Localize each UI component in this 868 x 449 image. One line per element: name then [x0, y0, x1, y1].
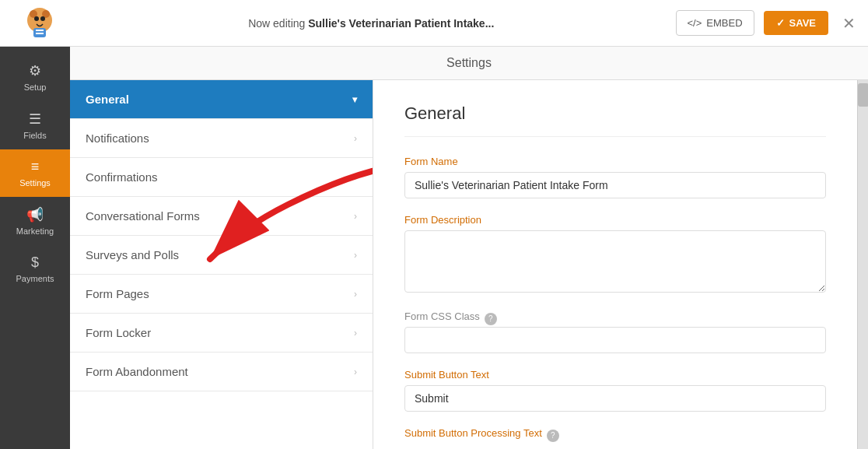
sidebar-item-marketing[interactable]: 📢 Marketing [0, 197, 70, 245]
check-icon: ✓ [776, 17, 785, 29]
svg-point-3 [34, 16, 39, 21]
chevron-right-icon: › [354, 211, 357, 222]
sidebar-item-fields[interactable]: ☰ Fields [0, 101, 70, 149]
menu-item-form-pages[interactable]: Form Pages › [70, 275, 373, 314]
sidebar-label-fields: Fields [23, 131, 46, 140]
chevron-right-icon: › [354, 367, 357, 377]
editing-text: Now editing Sullie's Veterinarian Patien… [76, 17, 667, 30]
main-layout: ⚙ Setup ☰ Fields ≡ Settings 📢 Marketing … [0, 47, 868, 449]
gear-icon: ⚙ [29, 62, 41, 79]
chevron-down-icon: ▾ [352, 94, 357, 105]
form-name-text: Sullie's Veterinarian Patient Intake... [308, 17, 494, 30]
chevron-right-icon: › [354, 289, 357, 300]
svg-rect-6 [36, 30, 44, 31]
menu-label-form-abandonment: Form Abandonment [86, 365, 188, 378]
menu-label-conversational-forms: Conversational Forms [86, 209, 200, 223]
right-scrollbar-track[interactable] [857, 80, 868, 449]
menu-item-conversational-forms[interactable]: Conversational Forms › [70, 197, 373, 236]
submit-processing-label: Submit Button Processing Text [404, 427, 542, 439]
sidebar-item-setup[interactable]: ⚙ Setup [0, 53, 70, 101]
sidebar-item-payments[interactable]: $ Payments [0, 245, 70, 293]
svg-point-4 [40, 16, 45, 21]
submit-button-text-input[interactable] [404, 385, 826, 412]
form-description-group: Form Description [404, 214, 826, 295]
settings-header: Settings [70, 47, 868, 80]
menu-label-surveys-polls: Surveys and Polls [86, 248, 179, 261]
menu-item-general[interactable]: General ▾ [70, 80, 373, 119]
css-class-help-icon[interactable]: ? [485, 313, 497, 325]
menu-label-form-pages: Form Pages [86, 287, 149, 300]
menu-label-confirmations: Confirmations [86, 170, 158, 184]
chevron-right-icon: › [354, 172, 357, 183]
chevron-right-icon: › [354, 133, 357, 144]
settings-body: General ▾ Notifications › Confirmations … [70, 80, 868, 449]
chevron-right-icon: › [354, 250, 357, 261]
save-button[interactable]: ✓ SAVE [764, 11, 828, 35]
logo-icon [21, 5, 58, 42]
top-bar: Now editing Sullie's Veterinarian Patien… [0, 0, 868, 47]
submit-button-text-group: Submit Button Text [404, 369, 826, 412]
menu-item-surveys-polls[interactable]: Surveys and Polls › [70, 236, 373, 275]
form-name-group: Form Name [404, 156, 826, 198]
marketing-icon: 📢 [26, 206, 44, 223]
settings-icon: ≡ [31, 159, 40, 175]
right-scrollbar-thumb[interactable] [858, 83, 868, 107]
form-css-class-label: Form CSS Class [404, 310, 480, 322]
logo-area [12, 5, 67, 42]
menu-label-form-locker: Form Locker [86, 326, 151, 339]
submit-processing-group: Submit Button Processing Text ? [404, 427, 826, 444]
left-menu: General ▾ Notifications › Confirmations … [70, 80, 373, 449]
menu-item-form-abandonment[interactable]: Form Abandonment › [70, 353, 373, 391]
form-css-class-group: Form CSS Class ? [404, 310, 826, 353]
form-name-input[interactable] [404, 172, 826, 198]
form-name-label: Form Name [404, 156, 826, 167]
sidebar-label-settings: Settings [19, 178, 51, 188]
menu-label-notifications: Notifications [86, 132, 149, 145]
close-button[interactable]: ✕ [842, 14, 856, 33]
embed-icon: </> [688, 17, 702, 29]
chevron-right-icon: › [354, 328, 357, 339]
sidebar-label-marketing: Marketing [16, 226, 54, 236]
fields-icon: ☰ [29, 110, 41, 128]
right-content: General Form Name Form Description Form … [373, 80, 857, 449]
processing-help-icon[interactable]: ? [547, 430, 559, 442]
form-description-input[interactable] [404, 230, 826, 293]
embed-button[interactable]: </> EMBED [676, 10, 754, 36]
menu-item-notifications[interactable]: Notifications › [70, 119, 373, 158]
sidebar-label-setup: Setup [24, 82, 47, 92]
section-title: General [404, 103, 826, 137]
form-description-label: Form Description [404, 214, 826, 226]
settings-panel: Settings General ▾ Notifications › Confi… [70, 47, 868, 449]
svg-rect-7 [36, 33, 44, 34]
menu-item-confirmations[interactable]: Confirmations › [70, 158, 373, 197]
submit-button-text-label: Submit Button Text [404, 369, 826, 381]
sidebar-item-settings[interactable]: ≡ Settings [0, 149, 70, 197]
menu-item-form-locker[interactable]: Form Locker › [70, 314, 373, 353]
form-css-class-input[interactable] [404, 327, 826, 353]
sidebar-label-payments: Payments [16, 274, 54, 283]
payments-icon: $ [31, 254, 39, 271]
sidebar-nav: ⚙ Setup ☰ Fields ≡ Settings 📢 Marketing … [0, 47, 70, 449]
menu-label-general: General [86, 93, 129, 106]
